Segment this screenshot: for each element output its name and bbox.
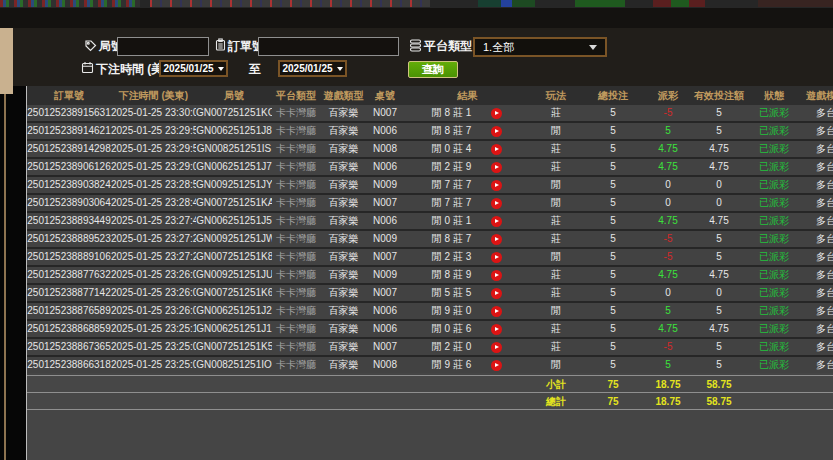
cell-payout: 5 (645, 303, 691, 319)
cell-empty (196, 393, 272, 409)
play-icon[interactable] (491, 216, 502, 227)
cell-game_type: 百家樂 (320, 159, 367, 175)
cell-total_bet: 5 (581, 141, 645, 157)
cell-valid_bet: 5 (691, 249, 747, 265)
result-text: 閒 0 莊 6 (432, 321, 471, 337)
cell-round_no: GN006251251J7 (196, 159, 272, 175)
play-icon[interactable] (491, 144, 502, 155)
table-row: 2501252388688592025-01-25 23:25:15GN0062… (27, 321, 833, 337)
cell-total_bet: 5 (581, 177, 645, 193)
play-icon[interactable] (491, 198, 502, 209)
cell-result: 閒 5 莊 5 (403, 285, 531, 301)
cell-total_bet: 5 (581, 213, 645, 229)
play-icon[interactable] (491, 108, 502, 119)
cell-round_no: GN007251251K6 (196, 285, 272, 301)
table-row: 2501252389156312025-01-25 23:30:06GN0072… (27, 105, 833, 121)
result-text: 閒 7 莊 7 (432, 195, 471, 211)
play-icon[interactable] (491, 126, 502, 137)
cell-game_mode: 多台 (801, 267, 833, 283)
cell-order_no: 250125238906126 (27, 159, 111, 175)
search-button[interactable]: 查詢 (408, 61, 458, 78)
cell-round_no: GN006251251J1 (196, 321, 272, 337)
order-input[interactable] (258, 37, 399, 56)
cell-valid_bet: 5 (691, 105, 747, 121)
cell-status: 已派彩 (747, 141, 801, 157)
cell-empty (801, 376, 833, 392)
cell-platform: 卡卡灣廳 (272, 213, 320, 229)
cell-round_no: GN007251251KA (196, 195, 272, 211)
table-row: 2501252388895232025-01-25 23:27:23GN0092… (27, 231, 833, 247)
cell-total_bet: 5 (581, 123, 645, 139)
calendar-icon (81, 61, 94, 74)
cell-empty (747, 376, 801, 392)
cell-game_type: 百家樂 (320, 249, 367, 265)
cell-bet_type: 莊 (531, 285, 581, 301)
play-icon[interactable] (491, 234, 502, 245)
play-icon[interactable] (491, 342, 502, 353)
play-icon[interactable] (491, 162, 502, 173)
cell-result: 閒 2 莊 3 (403, 249, 531, 265)
cell-bet_time: 2025-01-25 23:30:06 (111, 105, 196, 121)
cell-round_no: GN007251251KC (196, 105, 272, 121)
grand-total-valid-bet: 58.75 (691, 393, 747, 409)
cell-valid_bet: 4.75 (691, 267, 747, 283)
background-remnant-strip (150, 0, 430, 7)
cell-game_type: 百家樂 (320, 141, 367, 157)
table-row: 2501252388663182025-01-25 23:25:03GN0082… (27, 357, 833, 373)
platform-select[interactable]: 1.全部 (473, 37, 607, 57)
cell-game_mode: 多台 (801, 249, 833, 265)
cell-order_no: 250125238877632 (27, 267, 111, 283)
round-input[interactable] (117, 37, 209, 56)
result-text: 閒 2 莊 9 (432, 159, 471, 175)
cell-platform: 卡卡灣廳 (272, 267, 320, 283)
cell-game_mode: 多台 (801, 141, 833, 157)
orders-table: 訂單號下注時間 (美東)局號平台類型遊戲類型桌號結果玩法總投注派彩有效投注額狀態… (26, 86, 833, 460)
grand-total-total-bet: 75 (581, 393, 645, 409)
cell-order_no: 250125238893449 (27, 213, 111, 229)
cell-bet_time: 2025-01-25 23:29:57 (111, 141, 196, 157)
cell-round_no: GN009251251JY (196, 177, 272, 193)
cell-empty (320, 376, 367, 392)
cell-table_no: N007 (367, 195, 403, 211)
play-icon[interactable] (491, 180, 502, 191)
cell-table_no: N006 (367, 123, 403, 139)
side-tab[interactable] (0, 28, 13, 94)
date-to-picker[interactable]: 2025/01/25 (278, 60, 347, 77)
cell-empty (403, 376, 531, 392)
cell-status: 已派彩 (747, 213, 801, 229)
play-icon[interactable] (491, 288, 502, 299)
cell-game_type: 百家樂 (320, 303, 367, 319)
table-row: 2501252388934492025-01-25 23:27:46GN0062… (27, 213, 833, 229)
play-icon[interactable] (491, 306, 502, 317)
cell-valid_bet: 0 (691, 195, 747, 211)
cell-payout: 0 (645, 285, 691, 301)
cell-total_bet: 5 (581, 231, 645, 247)
cell-round_no: GN006251251J8 (196, 123, 272, 139)
cell-game_type: 百家樂 (320, 195, 367, 211)
play-icon[interactable] (491, 324, 502, 335)
cell-table_no: N009 (367, 177, 403, 193)
cell-game_mode: 多台 (801, 321, 833, 337)
play-icon[interactable] (491, 360, 502, 371)
cell-game_mode: 多台 (801, 303, 833, 319)
play-icon[interactable] (491, 270, 502, 281)
table-row: 2501252388771422025-01-25 23:26:05GN0072… (27, 285, 833, 301)
cell-table_no: N006 (367, 213, 403, 229)
result-text: 閒 5 莊 5 (432, 285, 471, 301)
cell-total_bet: 5 (581, 105, 645, 121)
result-text: 閒 8 莊 1 (432, 105, 471, 121)
cell-status: 已派彩 (747, 195, 801, 211)
result-text: 閒 8 莊 7 (432, 123, 471, 139)
play-icon[interactable] (491, 252, 502, 263)
layers-icon (409, 39, 422, 52)
cell-order_no: 250125238867365 (27, 339, 111, 355)
grand-total-payout: 18.75 (645, 393, 691, 409)
cell-game_type: 百家樂 (320, 339, 367, 355)
background-remnant-strip (478, 0, 535, 7)
cell-empty (272, 393, 320, 409)
platform-selected-value: 1.全部 (483, 40, 514, 55)
cell-round_no: GN008251251IS (196, 141, 272, 157)
col-header-platform: 平台類型 (272, 86, 320, 105)
date-from-picker[interactable]: 2025/01/25 (159, 60, 228, 77)
cell-total_bet: 5 (581, 267, 645, 283)
